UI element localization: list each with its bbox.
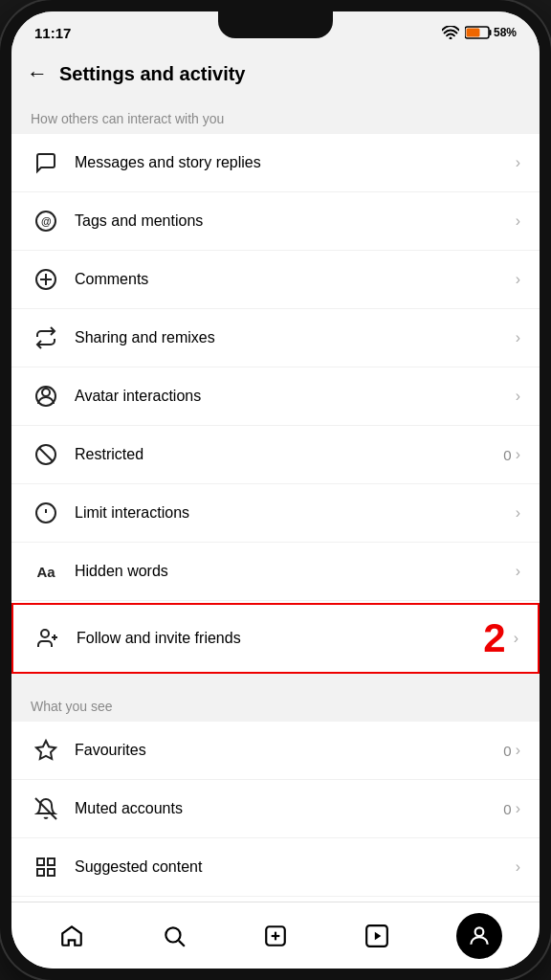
svg-rect-23 (48, 869, 55, 876)
chevron-icon: › (516, 800, 520, 817)
svg-rect-20 (37, 858, 44, 865)
chevron-icon: › (516, 271, 520, 288)
bottom-nav (11, 902, 540, 969)
settings-item-tags[interactable]: @ Tags and mentions › (11, 192, 540, 251)
settings-item-likeshare[interactable]: Like and share counts › (11, 897, 540, 902)
svg-text:@: @ (41, 215, 52, 227)
svg-marker-31 (375, 931, 382, 940)
section-label-interact: How others can interact with you (11, 98, 540, 134)
svg-point-8 (42, 389, 50, 396)
wifi-icon (442, 26, 459, 39)
back-button[interactable]: ← (27, 61, 48, 86)
see-list: Favourites 0 › Muted accounts 0 (11, 722, 540, 902)
settings-item-avatar[interactable]: Avatar interactions › (11, 368, 540, 426)
limit-icon (31, 498, 61, 528)
follow-icon (33, 623, 63, 654)
status-icons: 58% (442, 26, 517, 39)
muted-icon (31, 793, 61, 824)
content-area: How others can interact with you Message… (11, 98, 540, 902)
sharing-icon (31, 323, 61, 353)
suggested-icon (31, 852, 61, 882)
nav-add[interactable] (253, 913, 298, 959)
svg-line-26 (178, 940, 184, 946)
highlight-number: 2 (483, 618, 505, 658)
comments-label: Comments (75, 271, 516, 288)
svg-rect-22 (37, 869, 44, 876)
messages-icon (31, 147, 61, 178)
tags-icon: @ (31, 206, 61, 236)
hidden-label: Hidden words (75, 563, 516, 580)
settings-item-sharing[interactable]: Sharing and remixes › (11, 309, 540, 368)
header: ← Settings and activity (11, 54, 540, 98)
settings-item-messages[interactable]: Messages and story replies › (11, 134, 540, 192)
section-label-see: What you see (11, 685, 540, 722)
svg-line-11 (39, 448, 53, 461)
avatar-icon (31, 381, 61, 412)
sharing-label: Sharing and remixes (75, 329, 516, 346)
svg-rect-21 (48, 858, 55, 865)
tags-label: Tags and mentions (75, 212, 516, 230)
avatar-label: Avatar interactions (75, 388, 516, 405)
comments-icon (31, 264, 61, 295)
hidden-icon: Aa (31, 556, 61, 587)
nav-profile[interactable] (456, 913, 502, 959)
svg-marker-18 (36, 741, 55, 759)
chevron-icon: › (516, 563, 520, 580)
section-divider (11, 676, 540, 685)
svg-point-25 (165, 927, 180, 942)
restricted-count: 0 (503, 447, 511, 463)
settings-item-restricted[interactable]: Restricted 0 › (11, 426, 540, 484)
suggested-label: Suggested content (75, 858, 516, 876)
settings-item-favourites[interactable]: Favourites 0 › (11, 722, 540, 780)
chevron-icon: › (516, 446, 520, 463)
nav-home[interactable] (49, 913, 95, 959)
svg-line-19 (35, 798, 56, 819)
svg-rect-1 (489, 30, 491, 35)
svg-point-32 (474, 927, 483, 936)
nav-reels[interactable] (354, 913, 400, 959)
page-title: Settings and activity (59, 63, 246, 85)
settings-item-follow[interactable]: Follow and invite friends 2 › (11, 603, 540, 674)
svg-rect-2 (466, 29, 479, 37)
settings-item-comments[interactable]: Comments › (11, 251, 540, 309)
favourites-label: Favourites (75, 742, 503, 759)
notch (218, 11, 333, 38)
settings-item-suggested[interactable]: Suggested content › (11, 838, 540, 897)
settings-item-muted[interactable]: Muted accounts 0 › (11, 780, 540, 838)
status-bar: 11:17 58% (11, 11, 540, 54)
chevron-icon: › (516, 858, 520, 876)
svg-point-15 (41, 630, 49, 637)
status-time: 11:17 (34, 25, 71, 41)
muted-label: Muted accounts (75, 800, 503, 817)
chevron-icon: › (514, 630, 518, 647)
limit-label: Limit interactions (75, 504, 516, 522)
chevron-icon: › (516, 212, 520, 230)
settings-item-limit[interactable]: Limit interactions › (11, 484, 540, 543)
messages-label: Messages and story replies (75, 154, 516, 171)
settings-item-hidden[interactable]: Aa Hidden words › (11, 543, 540, 601)
follow-label: Follow and invite friends (77, 630, 483, 647)
nav-search[interactable] (151, 913, 197, 959)
interact-list: Messages and story replies › @ Tags and … (11, 134, 540, 674)
chevron-icon: › (516, 388, 520, 405)
chevron-icon: › (516, 329, 520, 346)
muted-count: 0 (503, 801, 511, 817)
favourites-count: 0 (503, 743, 511, 759)
chevron-icon: › (516, 742, 520, 759)
chevron-icon: › (516, 504, 520, 522)
restricted-label: Restricted (75, 446, 503, 463)
favourites-icon (31, 735, 61, 766)
battery-icon: 58% (465, 26, 517, 39)
restricted-icon (31, 439, 61, 470)
chevron-icon: › (516, 154, 520, 171)
